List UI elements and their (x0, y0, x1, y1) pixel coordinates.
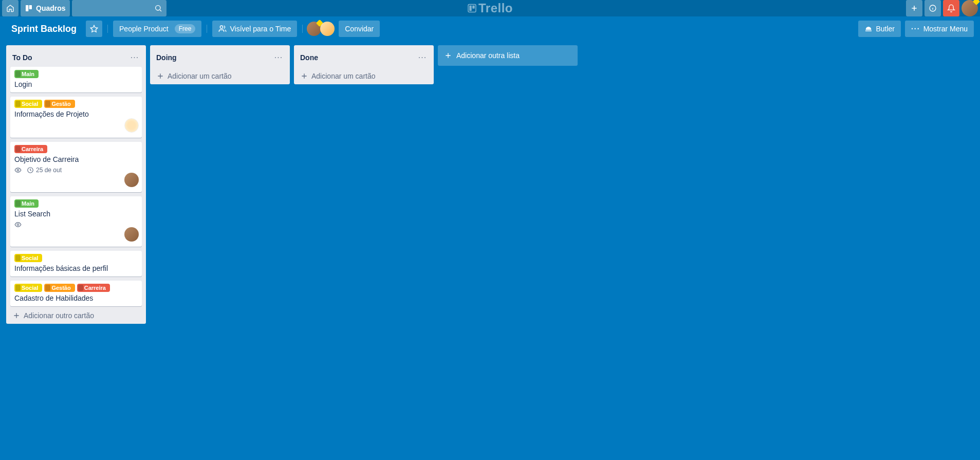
boards-icon (25, 4, 33, 12)
list-name[interactable]: To Do (12, 53, 127, 62)
due-date-badge[interactable]: 25 de out (27, 167, 62, 174)
add-card-button[interactable]: Adicionar um cartão (294, 68, 434, 84)
board-canvas: To Do ··· Main Login Social Gestão Infor… (0, 41, 980, 460)
team-button[interactable]: People Product Free (113, 21, 201, 37)
bell-icon (947, 4, 955, 12)
label-social[interactable]: Social (14, 284, 42, 292)
member-avatar[interactable] (320, 22, 335, 36)
plus-icon (300, 72, 308, 80)
list-header: Done ··· (294, 45, 434, 67)
eye-icon (14, 167, 22, 174)
card-title: List Search (14, 210, 138, 218)
info-button[interactable] (924, 0, 941, 16)
divider (302, 25, 303, 33)
trello-logo-icon (467, 4, 476, 13)
label-gestao[interactable]: Gestão (44, 284, 75, 292)
board-header: Sprint Backlog People Product Free Visív… (0, 16, 980, 41)
card-labels: Carreira (14, 145, 138, 153)
list-menu-button[interactable]: ··· (415, 50, 430, 65)
star-icon (90, 25, 98, 33)
home-button[interactable] (2, 0, 19, 16)
search-input[interactable] (72, 0, 167, 16)
member-avatar[interactable] (307, 22, 321, 36)
plus-icon (444, 51, 452, 60)
plus-icon (12, 311, 21, 320)
card[interactable]: Social Gestão Carreira Cadastro de Habil… (10, 281, 142, 306)
label-carreira[interactable]: Carreira (77, 284, 110, 292)
butler-button[interactable]: Butler (858, 21, 901, 37)
card[interactable]: Carreira Objetivo de Carreira 25 de out (10, 142, 142, 192)
watch-badge (14, 221, 22, 228)
card[interactable]: Main Login (10, 67, 142, 93)
member-avatar[interactable] (124, 173, 139, 187)
card-labels: Social Gestão (14, 100, 138, 108)
watch-badge (14, 167, 22, 174)
notifications-button[interactable] (943, 0, 959, 16)
show-menu-button[interactable]: ··· Mostrar Menu (905, 21, 974, 37)
global-header-right (906, 0, 978, 16)
trello-logo[interactable]: Trello (467, 1, 513, 15)
svg-point-7 (17, 169, 19, 171)
card-labels: Main (14, 70, 138, 78)
add-list-button[interactable]: Adicionar outra lista (438, 45, 578, 66)
card-labels: Main (14, 199, 138, 208)
search-wrapper (72, 0, 167, 16)
card-labels: Social (14, 254, 138, 262)
card[interactable]: Social Informações básicas de perfil (10, 251, 142, 277)
people-icon (218, 25, 227, 33)
card-title: Informações de Projeto (14, 110, 138, 118)
label-main[interactable]: Main (14, 199, 39, 208)
label-carreira[interactable]: Carreira (14, 145, 47, 153)
label-social[interactable]: Social (14, 254, 42, 262)
card[interactable]: Social Gestão Informações de Projeto (10, 97, 142, 138)
butler-label: Butler (876, 25, 895, 33)
board-title[interactable]: Sprint Backlog (6, 21, 82, 37)
team-plan-badge: Free (175, 24, 196, 33)
visibility-label: Visível para o Time (230, 25, 291, 33)
card-title: Objetivo de Carreira (14, 155, 138, 163)
list-menu-button[interactable]: ··· (127, 50, 142, 65)
add-card-button[interactable]: Adicionar outro cartão (6, 307, 146, 324)
visibility-button[interactable]: Visível para o Time (212, 21, 297, 37)
create-button[interactable] (906, 0, 922, 16)
add-list-label: Adicionar outra lista (456, 51, 520, 60)
home-icon (6, 4, 14, 12)
card-badges: 25 de out (14, 167, 138, 174)
card[interactable]: Main List Search (10, 196, 142, 247)
team-name-label: People Product (119, 25, 169, 33)
more-icon: ··· (131, 53, 139, 62)
card-title: Informações básicas de perfil (14, 264, 138, 272)
svg-rect-1 (29, 5, 32, 9)
butler-icon (864, 25, 873, 33)
card-badges (14, 221, 138, 228)
list-done: Done ··· Adicionar um cartão (294, 45, 434, 84)
global-header: Quadros Trello (0, 0, 980, 16)
more-icon: ··· (911, 25, 920, 33)
svg-rect-5 (472, 6, 475, 9)
member-avatar[interactable] (124, 227, 139, 242)
add-card-button[interactable]: Adicionar um cartão (150, 68, 290, 84)
user-avatar-button[interactable] (961, 0, 978, 16)
card-title: Cadastro de Habilidades (14, 294, 138, 302)
list-doing: Doing ··· Adicionar um cartão (150, 45, 290, 84)
label-gestao[interactable]: Gestão (44, 100, 75, 108)
more-icon: ··· (418, 53, 427, 62)
plus-icon (156, 72, 164, 80)
board-header-right: Butler ··· Mostrar Menu (858, 21, 974, 37)
label-main[interactable]: Main (14, 70, 39, 78)
label-social[interactable]: Social (14, 100, 42, 108)
card-members (124, 173, 139, 189)
star-button[interactable] (86, 21, 102, 37)
board-members (308, 22, 335, 36)
member-avatar[interactable] (124, 118, 139, 133)
add-card-label: Adicionar outro cartão (24, 311, 94, 320)
card-labels: Social Gestão Carreira (14, 284, 138, 292)
divider (207, 25, 207, 33)
list-name[interactable]: Done (300, 53, 415, 62)
eye-icon (14, 221, 22, 228)
invite-button[interactable]: Convidar (339, 21, 380, 37)
card-members (124, 227, 139, 244)
boards-button[interactable]: Quadros (21, 0, 70, 16)
list-menu-button[interactable]: ··· (271, 50, 286, 65)
list-name[interactable]: Doing (156, 53, 271, 62)
